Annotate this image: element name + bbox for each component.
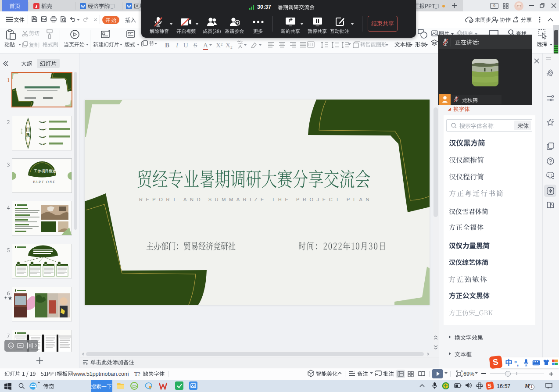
svg-text:03: 03: [41, 136, 43, 139]
svg-text:02: 02: [41, 128, 43, 131]
svg-text:目: 目: [26, 127, 30, 132]
svg-text:工作项目概述: 工作项目概述: [33, 169, 56, 173]
svg-text:录: 录: [25, 133, 30, 138]
svg-text:abcdef: abcdef: [21, 128, 23, 134]
svg-text:T?: T?: [134, 371, 140, 377]
svg-text:01: 01: [41, 121, 43, 124]
svg-text:PART ONE: PART ONE: [32, 180, 56, 184]
svg-text:04: 04: [41, 143, 43, 146]
